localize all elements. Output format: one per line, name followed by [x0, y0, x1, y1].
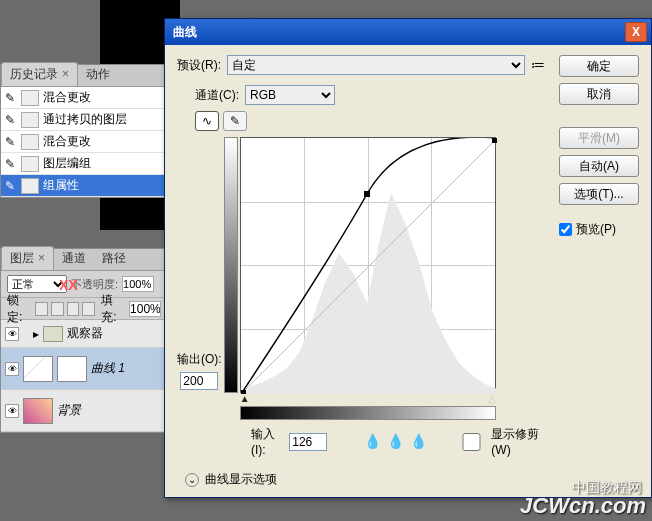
- history-panel: 历史记录× 动作 ✎混合更改 ✎通过拷贝的图层 ✎混合更改 ✎图层编组 ✎组属性: [0, 64, 168, 198]
- channel-label: 通道(C):: [195, 87, 239, 104]
- smooth-button: 平滑(M): [559, 127, 639, 149]
- opacity-label: 不透明度:: [71, 277, 118, 292]
- layer-icon: [21, 134, 39, 150]
- layer-row-curves[interactable]: 👁 曲线 1: [1, 348, 167, 390]
- lock-pixels-icon[interactable]: [51, 302, 64, 316]
- channel-select[interactable]: RGB: [245, 85, 335, 105]
- curves-dialog: 曲线 X 预设(R): 自定 ≔ 通道(C): RGB ∿ ✎ 输出(O):: [164, 18, 652, 498]
- dialog-left: 预设(R): 自定 ≔ 通道(C): RGB ∿ ✎ 输出(O):: [177, 55, 547, 488]
- preset-menu-icon[interactable]: ≔: [531, 57, 547, 73]
- curve-display-options[interactable]: ⌄ 曲线显示选项: [185, 471, 547, 488]
- black-slider-icon[interactable]: ▲: [240, 393, 250, 404]
- curves-graph[interactable]: [240, 137, 496, 393]
- brush-icon: ✎: [5, 91, 19, 105]
- curve-endpoint[interactable]: [241, 390, 246, 394]
- output-input[interactable]: [180, 372, 218, 390]
- curve-endpoint[interactable]: [492, 138, 497, 143]
- layer-list: 👁 ▸ 观察器 👁 曲线 1 👁 背景: [1, 320, 167, 432]
- visibility-icon[interactable]: 👁: [5, 404, 19, 418]
- layer-icon: [21, 112, 39, 128]
- annotation-xx: XX: [59, 277, 78, 293]
- layer-name: 曲线 1: [91, 360, 125, 377]
- output-label: 输出(O):: [177, 351, 222, 368]
- curve-svg: [241, 138, 497, 394]
- history-item[interactable]: ✎混合更改: [1, 87, 167, 109]
- preview-checkbox[interactable]: [559, 223, 572, 236]
- tab-paths[interactable]: 路径: [94, 247, 134, 270]
- group-icon: [21, 178, 39, 194]
- layer-name: 背景: [57, 402, 81, 419]
- history-item[interactable]: ✎图层编组: [1, 153, 167, 175]
- lock-label: 锁定:: [7, 292, 32, 326]
- visibility-icon[interactable]: 👁: [5, 327, 19, 341]
- gray-dropper-icon[interactable]: 💧: [387, 433, 404, 451]
- layers-panel: 图层× 通道 路径 XX 正常 不透明度: 锁定: 填充: 👁 ▸ 观察器 👁 …: [0, 248, 168, 433]
- input-label: 输入(I):: [251, 426, 283, 457]
- tab-history[interactable]: 历史记录×: [1, 62, 78, 86]
- layer-name: 观察器: [67, 325, 103, 342]
- white-slider-icon[interactable]: △: [488, 393, 496, 404]
- image-thumb-icon: [23, 398, 53, 424]
- brush-icon: ✎: [5, 179, 19, 193]
- mask-thumb-icon: [57, 356, 87, 382]
- curve-tool-icon[interactable]: ∿: [195, 111, 219, 131]
- group-icon: [21, 156, 39, 172]
- watermark-en: JCWcn.com: [520, 493, 646, 519]
- history-item-selected[interactable]: ✎组属性: [1, 175, 167, 197]
- lock-trans-icon[interactable]: [35, 302, 48, 316]
- opacity-input[interactable]: [122, 276, 154, 292]
- history-list: ✎混合更改 ✎通过拷贝的图层 ✎混合更改 ✎图层编组 ✎组属性: [1, 87, 167, 197]
- input-input[interactable]: [289, 433, 327, 451]
- options-button[interactable]: 选项(T)...: [559, 183, 639, 205]
- brush-icon: ✎: [5, 135, 19, 149]
- fill-label: 填充:: [101, 292, 126, 326]
- pencil-tool-icon[interactable]: ✎: [223, 111, 247, 131]
- curves-thumb-icon: [23, 356, 53, 382]
- close-icon[interactable]: X: [625, 22, 647, 42]
- tab-channels[interactable]: 通道: [54, 247, 94, 270]
- show-clipping-check[interactable]: 显示修剪(W): [456, 426, 547, 457]
- layers-tabs: 图层× 通道 路径: [1, 249, 167, 271]
- tab-actions[interactable]: 动作: [78, 63, 118, 86]
- horizontal-gradient: [240, 406, 496, 420]
- preview-check[interactable]: 预览(P): [559, 221, 639, 238]
- layer-row-bg[interactable]: 👁 背景: [1, 390, 167, 432]
- folder-icon: [43, 326, 63, 342]
- white-dropper-icon[interactable]: 💧: [410, 433, 427, 451]
- vertical-gradient: [224, 137, 238, 393]
- lock-all-icon[interactable]: [82, 302, 95, 316]
- visibility-icon[interactable]: 👁: [5, 362, 19, 376]
- preset-select[interactable]: 自定: [227, 55, 525, 75]
- chevron-down-icon: ⌄: [185, 473, 199, 487]
- history-item[interactable]: ✎通过拷贝的图层: [1, 109, 167, 131]
- lock-pos-icon[interactable]: [67, 302, 80, 316]
- history-tabs: 历史记录× 动作: [1, 65, 167, 87]
- auto-button[interactable]: 自动(A): [559, 155, 639, 177]
- lock-row: 锁定: 填充:: [1, 298, 167, 320]
- ok-button[interactable]: 确定: [559, 55, 639, 77]
- brush-icon: ✎: [5, 157, 19, 171]
- preset-label: 预设(R):: [177, 57, 221, 74]
- dialog-right: 确定 取消 平滑(M) 自动(A) 选项(T)... 预览(P): [559, 55, 639, 488]
- fill-input[interactable]: [129, 301, 161, 317]
- layer-icon: [21, 90, 39, 106]
- titlebar[interactable]: 曲线 X: [165, 19, 651, 45]
- brush-icon: ✎: [5, 113, 19, 127]
- clipping-checkbox[interactable]: [456, 433, 487, 451]
- cancel-button[interactable]: 取消: [559, 83, 639, 105]
- history-item[interactable]: ✎混合更改: [1, 131, 167, 153]
- blend-mode-select[interactable]: 正常: [7, 275, 67, 293]
- tab-layers[interactable]: 图层×: [1, 246, 54, 270]
- black-dropper-icon[interactable]: 💧: [364, 433, 381, 451]
- dialog-title: 曲线: [169, 24, 625, 41]
- histogram: [241, 193, 497, 394]
- curve-point[interactable]: [364, 191, 370, 197]
